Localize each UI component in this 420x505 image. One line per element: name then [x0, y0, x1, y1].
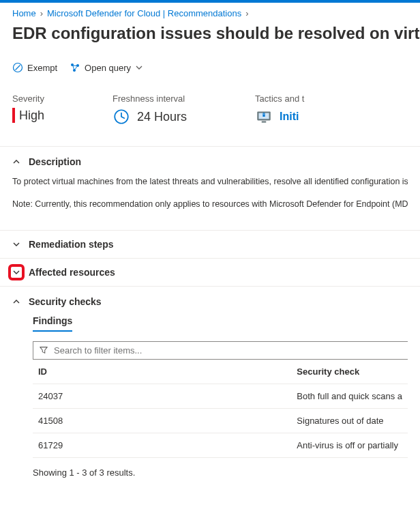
- table-row[interactable]: 41508 Signatures out of date: [33, 408, 408, 433]
- exempt-icon: [12, 62, 23, 73]
- freshness-label: Freshness interval: [112, 93, 187, 104]
- cell-check: Anti-virus is off or partially: [291, 433, 408, 457]
- chevron-up-icon: [12, 158, 20, 166]
- breadcrumb-home[interactable]: Home: [12, 8, 36, 18]
- open-query-label: Open query: [85, 63, 131, 73]
- col-header-check[interactable]: Security check: [291, 360, 408, 384]
- filter-icon: [39, 345, 48, 355]
- tactics-link[interactable]: Initi: [280, 111, 299, 123]
- table-row[interactable]: 61729 Anti-virus is off or partially: [33, 433, 408, 457]
- breadcrumb-recommendations[interactable]: Microsoft Defender for Cloud | Recommend…: [47, 8, 241, 18]
- chevron-up-icon: [12, 298, 20, 306]
- freshness-metric: Freshness interval 24 Hours: [112, 93, 187, 126]
- table-row[interactable]: 24037 Both full and quick scans a: [33, 384, 408, 408]
- findings-heading: Findings: [33, 315, 408, 326]
- severity-metric: Severity High: [12, 93, 44, 126]
- cell-id: 61729: [33, 433, 291, 457]
- page-title: EDR configuration issues should be resol…: [0, 23, 420, 50]
- severity-label: Severity: [12, 93, 44, 104]
- freshness-value: 24 Hours: [137, 110, 187, 124]
- open-query-icon: [70, 62, 80, 73]
- clock-icon: [112, 108, 130, 126]
- security-checks-title: Security checks: [29, 296, 102, 307]
- cell-check: Both full and quick scans a: [291, 384, 408, 408]
- open-query-button[interactable]: Open query: [70, 62, 143, 73]
- tactics-metric: Tactics and t Initi: [255, 93, 304, 126]
- remediation-toggle[interactable]: Remediation steps: [12, 239, 408, 250]
- chevron-down-icon: [12, 240, 20, 248]
- exempt-button[interactable]: Exempt: [12, 62, 57, 73]
- remediation-title: Remediation steps: [29, 239, 113, 250]
- affected-resources-title: Affected resources: [29, 267, 115, 278]
- severity-value: High: [19, 109, 44, 123]
- description-text-1: To protect virtual machines from the lat…: [12, 175, 408, 188]
- tactics-label: Tactics and t: [255, 93, 304, 104]
- remediation-section: Remediation steps: [0, 231, 420, 259]
- severity-bar: [12, 108, 15, 123]
- description-body: To protect virtual machines from the lat…: [12, 167, 408, 211]
- description-title: Description: [29, 156, 81, 167]
- findings-block: Findings ID Security check 24037 Both fu…: [12, 307, 408, 485]
- affected-resources-section: Affected resources: [0, 259, 420, 287]
- breadcrumb-sep: ›: [40, 8, 43, 18]
- security-checks-toggle[interactable]: Security checks: [12, 296, 408, 307]
- findings-table: ID Security check 24037 Both full and qu…: [33, 360, 408, 458]
- results-count: Showing 1 - 3 of 3 results.: [33, 458, 408, 485]
- monitor-lock-icon: [255, 108, 273, 126]
- description-text-2: Note: Currently, this recommendation onl…: [12, 198, 408, 211]
- security-checks-section: Security checks Findings ID Security che…: [0, 287, 420, 494]
- findings-underline: [33, 330, 72, 332]
- cell-id: 41508: [33, 408, 291, 433]
- svg-rect-7: [262, 121, 267, 123]
- breadcrumb: Home › Microsoft Defender for Cloud | Re…: [0, 3, 420, 23]
- cell-check: Signatures out of date: [291, 408, 408, 433]
- exempt-label: Exempt: [27, 63, 57, 73]
- chevron-down-icon: [135, 63, 143, 72]
- breadcrumb-sep: ›: [245, 8, 248, 18]
- metrics-row: Severity High Freshness interval 24 Hour…: [0, 87, 420, 146]
- svg-rect-8: [262, 115, 265, 117]
- cell-id: 24037: [33, 384, 291, 408]
- col-header-id[interactable]: ID: [33, 360, 291, 384]
- description-section: Description To protect virtual machines …: [0, 147, 420, 231]
- findings-search[interactable]: [33, 341, 408, 360]
- affected-resources-toggle[interactable]: Affected resources: [12, 267, 408, 278]
- description-toggle[interactable]: Description: [12, 156, 408, 167]
- search-input[interactable]: [54, 345, 402, 356]
- toolbar: Exempt Open query: [0, 50, 420, 87]
- chevron-down-icon: [12, 268, 20, 276]
